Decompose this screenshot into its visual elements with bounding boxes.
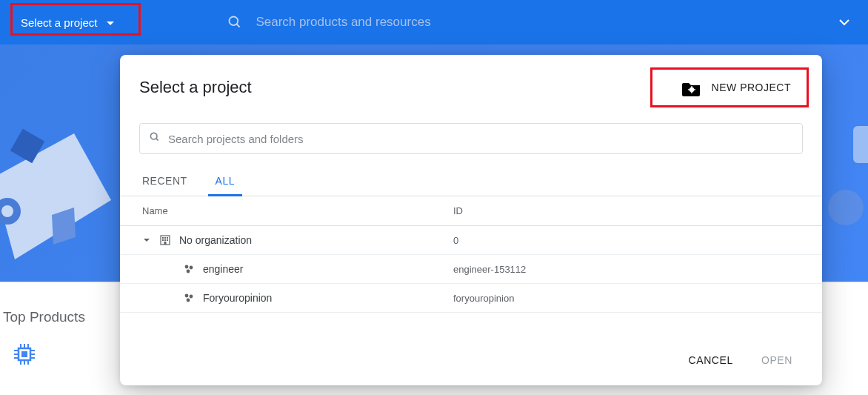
row-id-label: 0: [453, 235, 800, 246]
project-selector-label: Select a project: [21, 16, 97, 29]
project-icon: [182, 291, 196, 305]
project-search-input[interactable]: [168, 133, 793, 145]
svg-point-0: [230, 17, 238, 26]
svg-rect-27: [693, 89, 695, 90]
modal-search: [139, 123, 803, 154]
table-row[interactable]: No organization 0: [120, 226, 822, 255]
svg-rect-34: [162, 239, 164, 241]
table-row[interactable]: Foryouropinion foryouropinion: [120, 284, 822, 313]
svg-line-1: [237, 24, 240, 27]
row-name-label: engineer: [203, 263, 244, 275]
svg-rect-35: [164, 239, 166, 241]
global-search: [227, 15, 856, 30]
column-name: Name: [142, 205, 453, 216]
svg-rect-31: [162, 237, 164, 239]
table-header: Name ID: [120, 196, 822, 226]
search-icon: [227, 15, 242, 30]
new-project-label: NEW PROJECT: [712, 82, 791, 93]
svg-rect-25: [691, 92, 692, 93]
modal-footer: CANCEL OPEN: [120, 336, 822, 385]
topbar: Select a project: [0, 0, 868, 44]
row-name-label: Foryouropinion: [203, 292, 272, 304]
search-icon: [149, 131, 161, 146]
svg-rect-26: [688, 89, 690, 90]
modal-title: Select a project: [139, 78, 252, 97]
svg-point-23: [689, 87, 693, 92]
svg-rect-32: [164, 237, 166, 239]
column-id: ID: [453, 205, 800, 216]
svg-rect-36: [167, 239, 168, 241]
chevron-down-icon[interactable]: [838, 16, 850, 29]
project-selector-dropdown[interactable]: Select a project: [12, 12, 124, 33]
svg-point-41: [185, 294, 189, 298]
modal-header: Select a project NEW PROJECT: [120, 55, 822, 110]
svg-point-38: [185, 265, 189, 269]
open-button[interactable]: OPEN: [758, 350, 795, 371]
caret-down-icon[interactable]: [142, 238, 151, 243]
folder-gear-icon: [682, 80, 700, 95]
row-name-label: No organization: [179, 234, 252, 246]
global-search-input[interactable]: [256, 15, 825, 30]
product-tile-compute[interactable]: [9, 339, 40, 370]
svg-point-40: [187, 270, 190, 273]
svg-point-39: [190, 266, 193, 270]
project-icon: [182, 262, 196, 276]
new-project-button[interactable]: NEW PROJECT: [670, 73, 803, 102]
svg-rect-7: [853, 126, 868, 163]
tab-recent[interactable]: RECENT: [142, 175, 187, 196]
svg-rect-33: [167, 237, 168, 239]
organization-icon: [158, 233, 172, 247]
svg-point-42: [190, 295, 193, 299]
row-id-label: engineer-153112: [453, 264, 800, 275]
svg-point-5: [1, 205, 13, 217]
row-id-label: foryouropinion: [453, 293, 800, 304]
svg-line-29: [156, 139, 158, 141]
svg-rect-37: [164, 242, 167, 245]
select-project-modal: Select a project NEW PROJECT RECENT ALL …: [120, 55, 822, 385]
table-row[interactable]: engineer engineer-153112: [120, 255, 822, 284]
decorative-shapes-left: [0, 89, 133, 267]
caret-down-icon: [106, 16, 115, 29]
svg-rect-10: [21, 351, 27, 357]
tab-all[interactable]: ALL: [216, 175, 235, 196]
svg-point-8: [828, 190, 864, 225]
svg-point-43: [187, 299, 190, 302]
tabs: RECENT ALL: [120, 159, 822, 196]
cancel-button[interactable]: CANCEL: [686, 350, 736, 371]
svg-rect-24: [691, 86, 692, 87]
